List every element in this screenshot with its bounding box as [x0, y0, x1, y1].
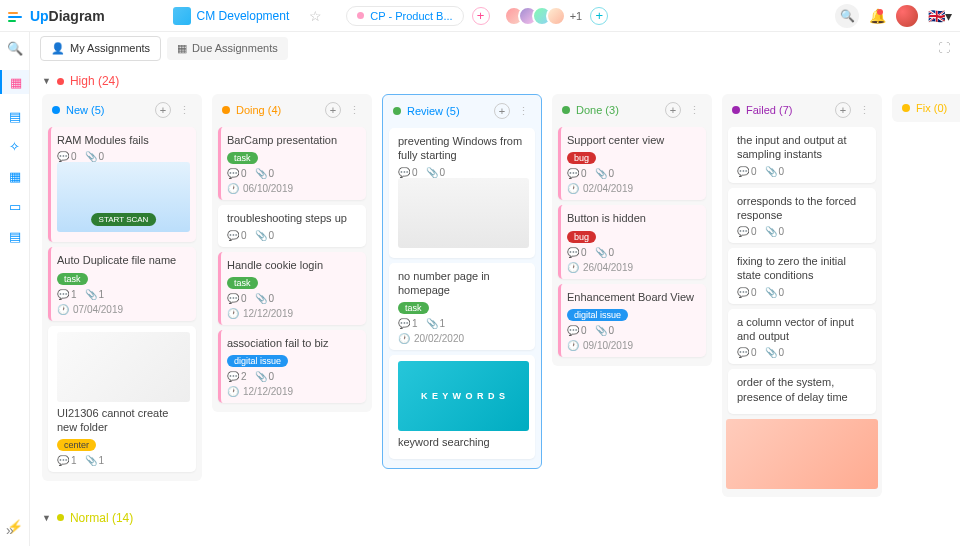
- card[interactable]: Enhancement Board View digital issue 💬 0…: [558, 284, 706, 357]
- card[interactable]: association fail to biz digital issue 💬 …: [218, 330, 366, 403]
- sidebar-list-icon[interactable]: ▤: [7, 228, 23, 244]
- logo-text-up: Up: [30, 8, 49, 24]
- column-title: New (5): [66, 104, 105, 116]
- card[interactable]: order of the system, presence of delay t…: [728, 369, 876, 414]
- column-menu-icon[interactable]: ⋮: [347, 104, 362, 117]
- card-title: Auto Duplicate file name: [57, 253, 190, 267]
- column-title: Failed (7): [746, 104, 792, 116]
- sidebar-calendar-icon[interactable]: ▦: [7, 168, 23, 184]
- top-bar: UpDiagram CM Development ☆ CP - Product …: [0, 0, 960, 32]
- column-menu-icon[interactable]: ⋮: [857, 104, 872, 117]
- swimlane-title: Normal (14): [70, 511, 133, 525]
- user-icon: 👤: [51, 42, 65, 55]
- project-switcher[interactable]: CM Development: [165, 3, 298, 29]
- avatar: [546, 6, 566, 26]
- card-thumbnail: [398, 178, 529, 248]
- sidebar-board-icon[interactable]: ▦: [0, 70, 29, 94]
- tab-label: Due Assignments: [192, 42, 278, 54]
- column-title: Fix (0): [916, 102, 947, 114]
- column-title: Doing (4): [236, 104, 281, 116]
- comments-icon: 💬 0: [57, 151, 77, 162]
- avatar-overflow-count[interactable]: +1: [570, 10, 583, 22]
- card[interactable]: Support center view bug 💬 0📎 0 🕐 02/04/2…: [558, 127, 706, 200]
- column-failed: Failed (7)+⋮ the input and output at sam…: [722, 94, 882, 497]
- card-meta: 💬 0📎 0: [57, 151, 190, 162]
- sidebar-search-icon[interactable]: 🔍: [7, 40, 23, 56]
- column-menu-icon[interactable]: ⋮: [516, 105, 531, 118]
- card-assignee-avatar: [684, 257, 700, 273]
- priority-dot-icon: [57, 78, 64, 85]
- card[interactable]: K E Y W O R D S keyword searching: [389, 355, 535, 459]
- column-new: New (5) + ⋮ RAM Modules fails 💬 0📎 0 Aut…: [42, 94, 202, 481]
- card-date: 🕐 07/04/2019: [57, 304, 190, 315]
- card[interactable]: Button is hidden bug 💬 0📎 0 🕐 26/04/2019: [558, 205, 706, 278]
- column-doing: Doing (4)+⋮ BarCamp presentation task 💬 …: [212, 94, 372, 412]
- logo-text-diagram: Diagram: [49, 8, 105, 24]
- card[interactable]: troubleshooting steps up 💬 0📎 0: [218, 205, 366, 246]
- context-pill[interactable]: CP - Product B...: [346, 6, 463, 26]
- tab-due-assignments[interactable]: ▦ Due Assignments: [167, 37, 288, 60]
- swimlane-normal-header[interactable]: ▼ Normal (14): [42, 505, 948, 531]
- column-fix: Fix (0): [892, 94, 960, 122]
- top-bar-right: 🔍 🔔 🇬🇧▾: [835, 4, 952, 28]
- sidebar-stats-icon[interactable]: ✧: [7, 138, 23, 154]
- card[interactable]: the input and output at sampling instant…: [728, 127, 876, 183]
- idcard-illustration: [726, 419, 878, 489]
- add-card-button[interactable]: +: [155, 102, 171, 118]
- add-card-button[interactable]: +: [835, 102, 851, 118]
- language-flag-icon[interactable]: 🇬🇧▾: [928, 8, 952, 24]
- card-title: UI21306 cannot create new folder: [57, 406, 190, 435]
- star-icon[interactable]: ☆: [309, 8, 322, 24]
- card[interactable]: RAM Modules fails 💬 0📎 0: [48, 127, 196, 242]
- sidebar-toggle-icon[interactable]: »: [6, 522, 14, 538]
- add-card-button[interactable]: +: [494, 103, 510, 119]
- column-dot-icon: [52, 106, 60, 114]
- tab-label: My Assignments: [70, 42, 150, 54]
- swimlane-high-header[interactable]: ▼ High (24): [42, 68, 948, 94]
- collapse-triangle-icon: ▼: [42, 513, 51, 523]
- card-thumbnail: [57, 332, 190, 402]
- priority-dot-icon: [57, 514, 64, 521]
- column-menu-icon[interactable]: ⋮: [687, 104, 702, 117]
- card-tag: center: [57, 439, 96, 451]
- expand-icon[interactable]: ⛶: [938, 41, 950, 55]
- card-assignee-avatar: [684, 335, 700, 351]
- column-menu-icon[interactable]: ⋮: [177, 104, 192, 117]
- add-member-button[interactable]: +: [590, 7, 608, 25]
- card[interactable]: preventing Windows from fully starting 💬…: [389, 128, 535, 258]
- project-name: CM Development: [197, 9, 290, 23]
- card[interactable]: fixing to zero the initial state conditi…: [728, 248, 876, 304]
- logo-bars-icon: [8, 12, 22, 22]
- column-title: Done (3): [576, 104, 619, 116]
- card[interactable]: a column vector of input and output💬 0📎 …: [728, 309, 876, 365]
- keywords-label: K E Y W O R D S: [421, 391, 506, 401]
- add-card-button[interactable]: +: [665, 102, 681, 118]
- card-title: RAM Modules fails: [57, 133, 190, 147]
- card[interactable]: no number page in homepage task 💬 1📎 1 🕐…: [389, 263, 535, 351]
- tabs-row: 👤 My Assignments ▦ Due Assignments ⛶: [30, 32, 960, 64]
- card-thumbnail: K E Y W O R D S: [398, 361, 529, 431]
- context-dot-icon: [357, 12, 364, 19]
- card[interactable]: orresponds to the forced response💬 0📎 0: [728, 188, 876, 244]
- card[interactable]: BarCamp presentation task 💬 0📎 0 🕐 06/10…: [218, 127, 366, 200]
- member-avatars[interactable]: [510, 6, 566, 26]
- card[interactable]: Auto Duplicate file name task 💬 1📎 1 🕐 0…: [48, 247, 196, 320]
- tab-my-assignments[interactable]: 👤 My Assignments: [40, 36, 161, 61]
- card-tag: task: [57, 273, 88, 285]
- card[interactable]: Handle cookie login task 💬 0📎 0 🕐 12/12/…: [218, 252, 366, 325]
- board-columns: New (5) + ⋮ RAM Modules fails 💬 0📎 0 Aut…: [42, 94, 948, 497]
- swimlane-title: High (24): [70, 74, 119, 88]
- card-assignee-avatar: [174, 299, 190, 315]
- card-thumbnail: [57, 162, 190, 232]
- add-card-button[interactable]: +: [325, 102, 341, 118]
- sidebar-grid-icon[interactable]: ▤: [7, 108, 23, 124]
- app-logo[interactable]: UpDiagram: [8, 8, 105, 24]
- card[interactable]: UI21306 cannot create new folder center …: [48, 326, 196, 473]
- sidebar-book-icon[interactable]: ▭: [7, 198, 23, 214]
- board: ▼ High (24) New (5) + ⋮ RAM Modules fail…: [30, 64, 960, 546]
- add-context-button[interactable]: +: [472, 7, 490, 25]
- notifications-icon[interactable]: 🔔: [869, 8, 886, 24]
- attach-icon: 📎 0: [85, 151, 105, 162]
- user-avatar[interactable]: [896, 5, 918, 27]
- search-icon[interactable]: 🔍: [835, 4, 859, 28]
